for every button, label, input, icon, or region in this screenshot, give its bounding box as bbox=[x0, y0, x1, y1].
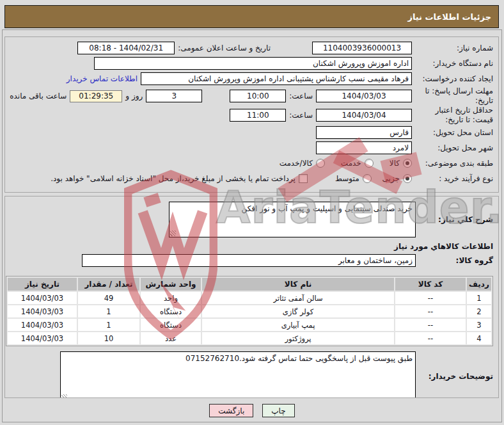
need-description-text: خرید صندلی سینمایی و اسپلیت و پمپ آب و ن… bbox=[242, 204, 413, 213]
title-bar: جزئیات اطلاعات نیاز bbox=[4, 5, 499, 28]
row-subject-class: طبقه بندی موضوعی: کالا خدمت کالا/خدمت bbox=[9, 156, 493, 171]
radio-goods-service[interactable] bbox=[316, 159, 325, 168]
reply-deadline-hour-input[interactable]: 10:00 bbox=[230, 90, 286, 102]
announce-datetime-input[interactable]: 1404/02/31 - 08:18 bbox=[77, 42, 175, 54]
table-row: 3 -- پمپ آبیاری دستگاه 1 1404/03/03 bbox=[8, 319, 491, 331]
city-label: شهر محل تحویل: bbox=[415, 143, 493, 153]
price-validity-hour-label: ساعت: bbox=[289, 111, 313, 120]
buyer-notes-text: طبق پیوست قبل از پاسخگویی حتما تماس گرفت… bbox=[185, 354, 413, 363]
row-buyer-org: نام دستگاه خریدار: اداره اموزش وپرورش اش… bbox=[9, 56, 493, 71]
cell-item-code: -- bbox=[395, 332, 466, 344]
row-reply-deadline: مهلت ارسال پاسخ: تا تاریخ: 1404/03/03 سا… bbox=[9, 86, 493, 106]
cell-row-number: 2 bbox=[467, 305, 491, 317]
row-need-description: شرح کلي نیاز: خرید صندلی سینمایی و اسپلی… bbox=[9, 202, 493, 237]
table-row: 1 -- سالن آمفی تئاتر واحد 49 1404/03/03 bbox=[8, 292, 491, 304]
radio-minor[interactable] bbox=[403, 174, 412, 183]
cell-row-number: 4 bbox=[467, 332, 491, 344]
row-purchase-process: نوع فرآیند خرید : جزیی متوسط پرداخت تمام… bbox=[9, 171, 493, 186]
buyer-contact-link[interactable]: اطلاعات تماس خریدار bbox=[67, 74, 138, 83]
cell-need-date: 1404/03/03 bbox=[8, 332, 77, 344]
items-section-title: اطلاعات کالاهاي مورد نیاز bbox=[394, 242, 493, 251]
reply-deadline-date-input[interactable]: 1404/03/03 bbox=[316, 90, 412, 102]
resize-handle[interactable] bbox=[170, 230, 176, 236]
items-table: ردیف کد کالا نام کالا واحد شمارش تعداد /… bbox=[6, 276, 493, 346]
cell-unit: واحد bbox=[141, 292, 201, 304]
cell-row-number: 3 bbox=[467, 319, 491, 331]
countdown-label: ساعت باقی مانده bbox=[10, 92, 67, 100]
back-button[interactable]: بازگشت bbox=[209, 404, 253, 417]
need-description-label: شرح کلي نیاز: bbox=[419, 215, 493, 225]
header-need-date: تاریخ نیاز bbox=[8, 278, 77, 291]
cell-need-date: 1404/03/03 bbox=[8, 305, 77, 317]
buyer-notes-label: توضیحات خریدار: bbox=[419, 372, 493, 381]
cell-item-name: سالن آمفی تئاتر bbox=[202, 292, 394, 304]
radio-goods-label: کالا bbox=[390, 159, 400, 168]
cell-unit: دستگاه bbox=[141, 305, 201, 317]
remaining-days-label: روز و bbox=[125, 92, 143, 100]
cell-need-date: 1404/03/03 bbox=[8, 292, 77, 304]
treasury-checkbox-label: پرداخت تمام یا بخشی از مبلغ خرید،از محل … bbox=[51, 174, 295, 183]
row-city: شهر محل تحویل: لامرد bbox=[9, 140, 493, 156]
price-validity-label: حداقل تاریخ اعتبار قیمت: تا تاریخ: bbox=[415, 106, 493, 125]
request-creator-label: ایجاد کننده درخواست: bbox=[415, 74, 493, 84]
need-number-input[interactable]: 1104003936000013 bbox=[312, 42, 412, 54]
goods-group-label: گروه کالا: bbox=[419, 256, 493, 266]
header-item-name: نام کالا bbox=[202, 278, 394, 291]
row-request-creator: ایجاد کننده درخواست: فرهاد مقیمی نسب کار… bbox=[9, 71, 493, 86]
row-buyer-notes: توضیحات خریدار: طبق پیوست قبل از پاسخگوی… bbox=[9, 351, 493, 398]
footer-buttons: چاپ بازگشت bbox=[0, 404, 504, 417]
treasury-checkbox[interactable] bbox=[299, 174, 308, 183]
cell-row-number: 1 bbox=[467, 292, 491, 304]
cell-quantity: 1 bbox=[78, 319, 139, 331]
cell-need-date: 1404/03/03 bbox=[8, 319, 77, 331]
need-description-textarea[interactable]: خرید صندلی سینمایی و اسپلیت و پمپ آب و ن… bbox=[169, 202, 416, 237]
header-row-number: ردیف bbox=[467, 278, 491, 291]
radio-medium-label: متوسط bbox=[335, 174, 359, 183]
radio-service-label: خدمت bbox=[341, 159, 361, 168]
reply-deadline-label: مهلت ارسال پاسخ: تا تاریخ: bbox=[415, 86, 493, 106]
row-province: استان محل تحویل: فارس bbox=[9, 125, 493, 140]
cell-unit: دستگاه bbox=[141, 319, 201, 331]
goods-group-input[interactable]: زمین، ساختمان و معابر bbox=[82, 254, 416, 267]
province-input[interactable]: فارس bbox=[316, 126, 412, 139]
resize-handle[interactable] bbox=[61, 394, 67, 398]
remaining-days-input[interactable]: 3 bbox=[146, 90, 202, 102]
row-goods-group: گروه کالا: زمین، ساختمان و معابر bbox=[9, 253, 493, 268]
price-validity-date-input[interactable]: 1404/03/04 bbox=[316, 109, 412, 122]
row-items-heading: اطلاعات کالاهاي مورد نیاز bbox=[9, 240, 493, 253]
cell-unit: عدد bbox=[141, 332, 201, 344]
province-label: استان محل تحویل: bbox=[415, 128, 493, 138]
cell-item-code: -- bbox=[395, 319, 466, 331]
radio-minor-label: جزیی bbox=[382, 174, 400, 183]
radio-service[interactable] bbox=[365, 159, 374, 168]
cell-item-code: -- bbox=[395, 292, 466, 304]
cell-quantity: 10 bbox=[78, 332, 139, 344]
countdown-box: 01:29:35 bbox=[70, 90, 122, 102]
row-need-number: شماره نیاز: 1104003936000013 تاریخ و ساع… bbox=[9, 40, 493, 56]
reply-deadline-hour-label: ساعت: bbox=[289, 92, 313, 100]
general-info-fieldset: شماره نیاز: 1104003936000013 تاریخ و ساع… bbox=[4, 36, 499, 193]
announce-datetime-label: تاریخ و ساعت اعلان عمومی: bbox=[178, 44, 271, 52]
buyer-org-label: نام دستگاه خریدار: bbox=[415, 59, 493, 68]
purchase-process-label: نوع فرآیند خرید : bbox=[415, 174, 493, 184]
table-row: 4 -- پروژکتور عدد 10 1404/03/03 bbox=[8, 332, 491, 344]
radio-goods-service-label: کالا/خدمت bbox=[280, 159, 313, 168]
page: جزئیات اطلاعات نیاز شماره نیاز: 11040039… bbox=[0, 0, 504, 425]
cell-item-name: پمپ آبیاری bbox=[202, 319, 394, 331]
price-validity-hour-input[interactable]: 11:00 bbox=[230, 109, 286, 122]
city-input[interactable]: لامرد bbox=[316, 141, 412, 154]
row-price-validity: حداقل تاریخ اعتبار قیمت: تا تاریخ: 1404/… bbox=[9, 106, 493, 125]
cell-item-code: -- bbox=[395, 305, 466, 317]
radio-medium[interactable] bbox=[363, 174, 372, 183]
radio-goods[interactable] bbox=[403, 159, 412, 168]
table-row: 2 -- کولر گازی دستگاه 1 1404/03/03 bbox=[8, 305, 491, 317]
header-quantity: تعداد / مقدار bbox=[78, 278, 139, 291]
items-table-header-row: ردیف کد کالا نام کالا واحد شمارش تعداد /… bbox=[8, 278, 491, 291]
request-creator-input[interactable]: فرهاد مقیمی نسب کارشناس پشتیبانی اداره ا… bbox=[141, 72, 412, 85]
page-title: جزئیات اطلاعات نیاز bbox=[407, 12, 498, 22]
cell-quantity: 49 bbox=[78, 292, 139, 304]
buyer-org-input[interactable]: اداره اموزش وپرورش اشکنان bbox=[94, 57, 412, 70]
buyer-notes-textarea[interactable]: طبق پیوست قبل از پاسخگویی حتما تماس گرفت… bbox=[60, 351, 416, 398]
print-button[interactable]: چاپ bbox=[262, 404, 294, 417]
cell-item-name: پروژکتور bbox=[202, 332, 394, 344]
